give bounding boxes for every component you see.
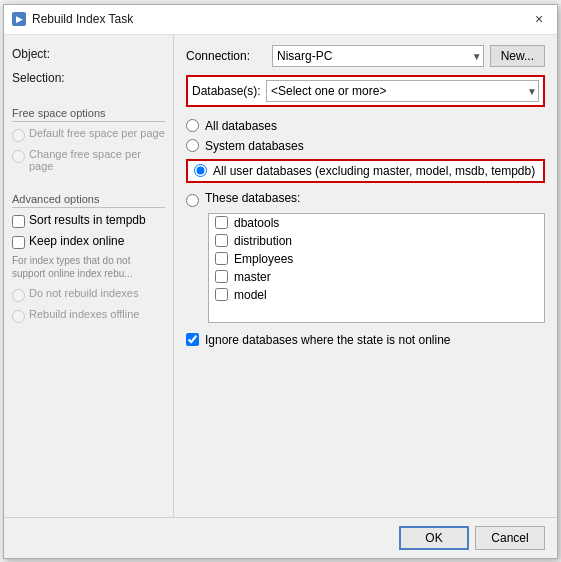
list-item: distribution — [209, 232, 544, 250]
these-databases-label: These databases: — [205, 191, 300, 205]
change-free-space-radio[interactable] — [12, 150, 25, 163]
dialog-body: Object: Selection: Free space options De… — [4, 35, 557, 517]
right-panel: Connection: Nisarg-PC ▼ New... Database(… — [174, 35, 557, 517]
ignore-label: Ignore databases where the state is not … — [205, 333, 451, 347]
db-name-label: dbatools — [234, 216, 279, 230]
sort-tempdb-label: Sort results in tempdb — [29, 213, 146, 227]
db-name-label: distribution — [234, 234, 292, 248]
do-not-rebuild-label: Do not rebuild indexes — [29, 287, 138, 299]
all-user-databases-option: All user databases (excluding master, mo… — [186, 159, 545, 183]
all-databases-option: All databases — [186, 119, 545, 133]
db-name-label: master — [234, 270, 271, 284]
keep-online-checkbox[interactable] — [12, 236, 25, 249]
db-name-label: model — [234, 288, 267, 302]
advanced-section: Advanced options — [12, 193, 165, 208]
ignore-checkbox[interactable] — [186, 333, 199, 346]
selection-row: Selection: — [12, 69, 165, 87]
selection-label: Selection: — [12, 71, 65, 85]
default-free-space-radio[interactable] — [12, 129, 25, 142]
db-checkbox-master[interactable] — [215, 270, 228, 283]
db-checkbox-distribution[interactable] — [215, 234, 228, 247]
all-user-databases-label: All user databases (excluding master, mo… — [213, 164, 535, 178]
databases-row: Database(s): <Select one or more> ▼ — [186, 75, 545, 107]
connection-row: Connection: Nisarg-PC ▼ New... — [186, 45, 545, 67]
rebuild-index-dialog: ▶ Rebuild Index Task × Object: Selection… — [3, 4, 558, 559]
all-databases-label: All databases — [205, 119, 277, 133]
free-space-section: Free space options — [12, 107, 165, 122]
cancel-button[interactable]: Cancel — [475, 526, 545, 550]
default-free-space-label: Default free space per page — [29, 127, 165, 139]
system-databases-option: System databases — [186, 139, 545, 153]
keep-online-row: Keep index online — [12, 233, 165, 250]
ignore-row: Ignore databases where the state is not … — [186, 333, 545, 347]
system-databases-label: System databases — [205, 139, 304, 153]
do-not-rebuild-radio[interactable] — [12, 289, 25, 302]
dialog-title: Rebuild Index Task — [32, 12, 133, 26]
ok-button[interactable]: OK — [399, 526, 469, 550]
change-free-space-label: Change free space per page — [29, 148, 165, 172]
list-item: model — [209, 286, 544, 304]
sort-tempdb-checkbox[interactable] — [12, 215, 25, 228]
all-user-databases-radio[interactable] — [194, 164, 207, 177]
connection-dropdown[interactable]: Nisarg-PC — [272, 45, 484, 67]
rebuild-offline-row: Rebuild indexes offline — [12, 307, 165, 324]
left-panel: Object: Selection: Free space options De… — [4, 35, 174, 517]
close-button[interactable]: × — [529, 9, 549, 29]
connection-dropdown-wrapper: Nisarg-PC ▼ — [272, 45, 484, 67]
do-not-rebuild-row: Do not rebuild indexes — [12, 286, 165, 303]
online-note: For index types that do not support onli… — [12, 254, 165, 280]
default-free-space-row: Default free space per page — [12, 126, 165, 143]
database-list[interactable]: dbatoolsdistributionEmployeesmastermodel — [208, 213, 545, 323]
databases-dropdown[interactable]: <Select one or more> — [266, 80, 539, 102]
bottom-buttons: OK Cancel — [4, 517, 557, 558]
these-databases-radio[interactable] — [186, 194, 199, 207]
list-item: Employees — [209, 250, 544, 268]
all-databases-radio[interactable] — [186, 119, 199, 132]
databases-label: Database(s): — [192, 84, 260, 98]
db-name-label: Employees — [234, 252, 293, 266]
radio-options: All databases System databases All user … — [186, 119, 545, 347]
change-free-space-row: Change free space per page — [12, 147, 165, 173]
db-checkbox-employees[interactable] — [215, 252, 228, 265]
dialog-icon: ▶ — [12, 12, 26, 26]
object-label: Object: — [12, 47, 50, 61]
object-row: Object: — [12, 45, 165, 63]
keep-online-label: Keep index online — [29, 234, 124, 248]
db-checkbox-dbatools[interactable] — [215, 216, 228, 229]
these-databases-option: These databases: — [186, 191, 545, 207]
rebuild-offline-radio[interactable] — [12, 310, 25, 323]
databases-dropdown-wrapper: <Select one or more> ▼ — [266, 80, 539, 102]
db-checkbox-model[interactable] — [215, 288, 228, 301]
title-bar: ▶ Rebuild Index Task × — [4, 5, 557, 35]
sort-tempdb-row: Sort results in tempdb — [12, 212, 165, 229]
connection-label: Connection: — [186, 49, 266, 63]
new-connection-button[interactable]: New... — [490, 45, 545, 67]
rebuild-offline-label: Rebuild indexes offline — [29, 308, 139, 320]
list-item: dbatools — [209, 214, 544, 232]
title-bar-left: ▶ Rebuild Index Task — [12, 12, 133, 26]
system-databases-radio[interactable] — [186, 139, 199, 152]
list-item: master — [209, 268, 544, 286]
